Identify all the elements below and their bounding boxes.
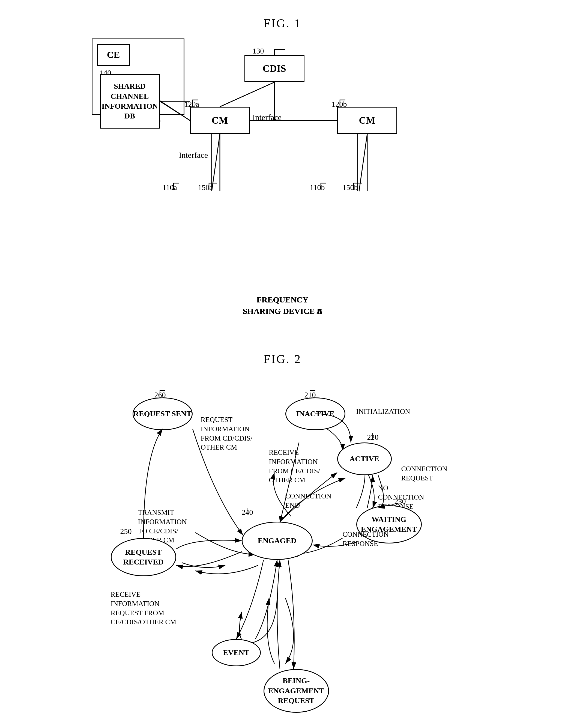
fig1-diagram: 130 CDIS 140 SHARED CHANNEL INFORMATION … (92, 38, 474, 325)
ref-110a: 110a (163, 183, 177, 192)
ref-220: 220 (367, 433, 379, 442)
svg-line-10 (220, 82, 275, 107)
engaged-label: ENGAGED (258, 536, 296, 546)
fig2-diagram: 260 REQUEST SENT 210 INACTIVE INITIALIZA… (78, 374, 487, 728)
being-engagement-label: BEING- ENGAGEMENT REQUEST (268, 676, 324, 706)
ref-150a: 150a (198, 183, 213, 192)
ref-230: 230 (394, 497, 406, 506)
db-label: SHARED CHANNEL INFORMATION DB (102, 81, 158, 121)
event-label: EVENT (223, 648, 249, 658)
request-sent-label: REQUEST SENT (133, 409, 192, 419)
svg-line-12 (212, 134, 220, 191)
receive-info-request-label: RECEIVEINFORMATIONREQUEST FROMCE/CDIS/OT… (111, 590, 177, 627)
fig1-container: FIG. 1 (33, 16, 532, 330)
ref-150b: 150b (343, 183, 358, 192)
interface-h-label: Interface (253, 113, 282, 122)
box-cdis: CDIS (245, 55, 304, 82)
page: FIG. 1 (0, 0, 565, 728)
fig2-container: FIG. 2 (33, 352, 532, 728)
ellipse-request-sent: REQUEST SENT (133, 397, 193, 430)
fsd-b-label: FREQUENCYSHARING DEVICE B (92, 294, 474, 317)
ref-250: 250 (120, 527, 132, 536)
svg-line-13 (359, 134, 367, 191)
inactive-label: INACTIVE (296, 409, 334, 419)
initialization-label: INITIALIZATION (356, 407, 410, 416)
box-db: SHARED CHANNEL INFORMATION DB (100, 74, 160, 129)
box-ce-b: CE (97, 44, 130, 66)
cdis-label: CDIS (263, 63, 286, 74)
connection-end-label: CONNECTIONEND (285, 492, 331, 510)
fig1-title: FIG. 1 (33, 16, 532, 30)
ce-b-label: CE (107, 50, 120, 60)
ellipse-inactive: INACTIVE (285, 397, 345, 430)
interface-v-label: Interface (179, 150, 208, 160)
box-cm-a: CM (190, 107, 250, 134)
connection-response-label: CONNECTIONRESPONSE (343, 530, 389, 548)
request-info-label: REQUESTINFORMATIONFROM CD/CDIS/OTHER CM (201, 415, 253, 452)
box-cm-b: CM (337, 107, 397, 134)
cm-a-label: CM (212, 115, 228, 126)
svg-line-15 (220, 82, 275, 107)
active-label: ACTIVE (349, 454, 379, 464)
ellipse-event: EVENT (212, 639, 261, 666)
connection-request-label: CONNECTIONREQUEST (401, 464, 447, 483)
receive-info-ce-label: RECEIVEINFORMATIONFROM CE/CDIS/OTHER CM (269, 448, 320, 485)
ref-110b: 110b (310, 183, 325, 192)
request-received-label: REQUEST RECEIVED (123, 547, 164, 567)
fig2-title: FIG. 2 (33, 352, 532, 366)
ellipse-engaged: ENGAGED (242, 522, 312, 560)
ellipse-request-received: REQUEST RECEIVED (111, 538, 176, 576)
ellipse-being-engagement: BEING- ENGAGEMENT REQUEST (264, 669, 329, 713)
ellipse-active: ACTIVE (337, 442, 392, 475)
cm-b-label: CM (359, 115, 375, 126)
ref-240: 240 (242, 508, 253, 517)
